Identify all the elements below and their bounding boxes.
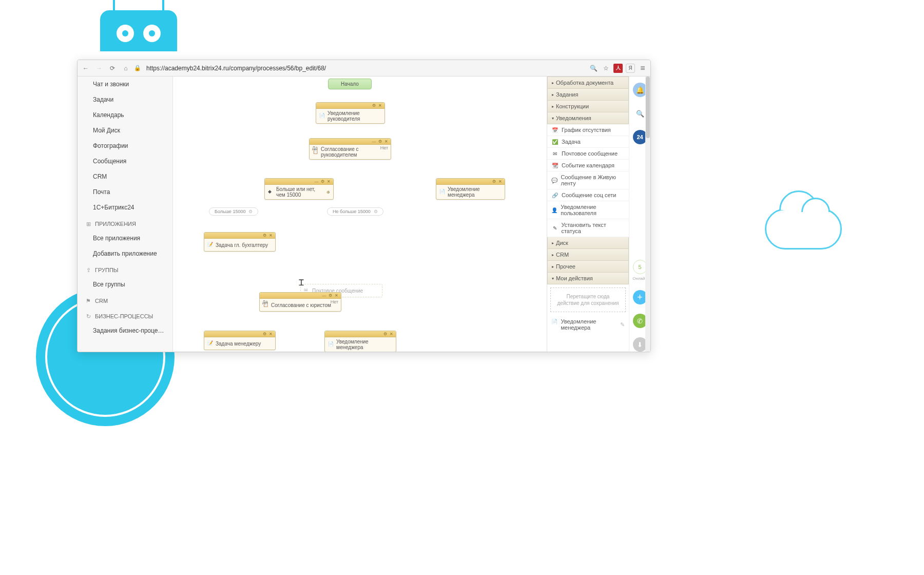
connectors — [173, 76, 327, 154]
sidebar-item[interactable]: Все группы — [78, 277, 172, 292]
sidebar-item[interactable]: Мой Диск — [78, 123, 172, 138]
back-button[interactable]: ← — [81, 63, 91, 73]
sidebar-item[interactable]: Чат и звонки — [78, 76, 172, 92]
left-sidebar: Чат и звонки Задачи Календарь Мой Диск Ф… — [78, 76, 173, 352]
sidebar-item[interactable]: Фотографии — [78, 138, 172, 154]
browser-window: ← → ⟳ ⌂ 🔒 https://academyb24.bitrix24.ru… — [77, 60, 651, 352]
yandex-extension-icon[interactable]: Я — [626, 64, 635, 73]
apps-icon: ⊞ — [85, 220, 92, 227]
notify-icon: 📄 — [328, 341, 334, 348]
accordion-header[interactable]: ▸Диск — [547, 237, 629, 249]
flow-node-notify-manager[interactable]: ⚙✕ 📄Уведомление руководителя — [316, 102, 385, 124]
sidebar-item[interactable]: 1С+Битрикс24 — [78, 200, 172, 215]
palette-item[interactable]: ✎Установить текст статуса — [547, 219, 629, 237]
gear-icon[interactable]: ⚙ — [372, 103, 376, 108]
sidebar-item[interactable]: Все приложения — [78, 231, 172, 246]
mail-icon: ✉ — [551, 150, 559, 157]
decoration-cloud — [765, 208, 842, 250]
close-icon[interactable]: ✕ — [268, 332, 273, 336]
sidebar-header-groups[interactable]: ⇪ГРУППЫ — [78, 261, 172, 277]
branch-label-less[interactable]: Не больше 15000⚙ — [327, 207, 383, 216]
accordion-header[interactable]: ▸Конструкции — [547, 101, 629, 112]
gear-icon[interactable]: ⚙ — [378, 139, 382, 144]
flow-node-notify-mgr-right[interactable]: ⚙✕ 📄Уведомление менеджера — [436, 178, 505, 200]
task-icon: ✅ — [551, 139, 559, 145]
gear-icon[interactable]: ⚙ — [262, 233, 267, 238]
sidebar-item[interactable]: Задачи — [78, 92, 172, 107]
flow-node-approve-manager[interactable]: —⚙✕ 📋Согласование с руководителем Да Нет — [309, 138, 391, 160]
add-branch-icon[interactable]: ⊕ — [326, 190, 330, 195]
sidebar-item[interactable]: Задания бизнес-проце… — [78, 323, 172, 338]
gear-icon[interactable]: ⚙ — [248, 209, 253, 214]
close-icon[interactable]: ✕ — [326, 179, 331, 184]
flow-canvas[interactable]: Начало ⚙✕ 📄Уведомление руководителя —⚙✕ … — [173, 76, 547, 352]
user-icon: 👤 — [551, 207, 557, 213]
palette-item[interactable]: ✉Почтовое сообщение — [547, 148, 629, 160]
dropzone[interactable]: Перетащите сюда действие для сохранения — [550, 288, 626, 312]
branch-label-more[interactable]: Больше 15000⚙ — [209, 207, 258, 216]
task-icon: 📝 — [207, 242, 214, 248]
palette-item[interactable]: 📅График отсутствия — [547, 124, 629, 136]
accordion-header[interactable]: ▸CRM — [547, 249, 629, 261]
reload-button[interactable]: ⟳ — [107, 63, 118, 73]
flow-start[interactable]: Начало — [328, 79, 372, 89]
sidebar-item[interactable]: Почта — [78, 184, 172, 200]
palette-item[interactable]: 🔗Сообщение соц сети — [547, 189, 629, 201]
sidebar-item[interactable]: Сообщения — [78, 154, 172, 169]
url-bar[interactable]: https://academyb24.bitrix24.ru/company/p… — [144, 65, 586, 72]
branch-yes: Да — [312, 145, 318, 150]
share-icon: ⇪ — [85, 266, 92, 274]
palette-item[interactable]: ✅Задача — [547, 136, 629, 148]
flow-node-task-manager[interactable]: ⚙✕ 📝Задача менеджеру — [204, 331, 276, 350]
gear-icon[interactable]: ⚙ — [383, 332, 388, 336]
notify-icon: 📄 — [319, 113, 325, 119]
notify-icon: 📄 — [439, 189, 446, 195]
close-icon[interactable]: ✕ — [268, 233, 273, 238]
pdf-extension-icon[interactable]: 人 — [613, 64, 623, 73]
branch-no: Нет — [331, 299, 338, 304]
flow-node-approve-lawyer[interactable]: —⚙✕ 📋Согласование с юристом Да Нет — [259, 292, 341, 312]
feed-icon: 💬 — [551, 177, 557, 183]
zoom-icon[interactable]: 🔍 — [589, 64, 598, 73]
hamburger-icon[interactable]: ≡ — [638, 64, 647, 73]
gear-icon[interactable]: ⚙ — [262, 332, 267, 336]
scrollbar-thumb[interactable] — [646, 76, 650, 138]
accordion-header-open[interactable]: ▾Уведомления — [547, 112, 629, 124]
actions-panel: ▸Обработка документа ▸Задания ▸Конструкц… — [547, 76, 629, 352]
branch-no: Нет — [380, 145, 388, 150]
palette-item[interactable]: 💬Сообщение в Живую ленту — [547, 171, 629, 189]
sidebar-header-bp[interactable]: ↻БИЗНЕС-ПРОЦЕССЫ — [78, 308, 172, 323]
palette-item[interactable]: 👤Уведомление пользователя — [547, 201, 629, 219]
gear-icon[interactable]: ⚙ — [328, 293, 333, 298]
palette-item[interactable]: 📆Событие календаря — [547, 160, 629, 171]
close-icon[interactable]: ✕ — [384, 139, 389, 144]
accordion-header[interactable]: ▸Задания — [547, 89, 629, 101]
sidebar-item[interactable]: Добавить приложение — [78, 246, 172, 261]
home-button[interactable]: ⌂ — [121, 63, 131, 73]
sidebar-item[interactable]: CRM — [78, 169, 172, 184]
sidebar-header-apps[interactable]: ⊞ПРИЛОЖЕНИЯ — [78, 215, 172, 231]
accordion-header[interactable]: ▸Обработка документа — [547, 76, 629, 89]
event-icon: 📆 — [551, 162, 559, 168]
close-icon[interactable]: ✕ — [334, 293, 339, 298]
star-icon[interactable]: ☆ — [601, 64, 610, 73]
gear-icon[interactable]: ⚙ — [492, 179, 496, 184]
gear-icon[interactable]: ⚙ — [374, 209, 378, 214]
close-icon[interactable]: ✕ — [498, 179, 503, 184]
sidebar-item[interactable]: Календарь — [78, 107, 172, 123]
forward-button[interactable]: → — [94, 63, 104, 73]
close-icon[interactable]: ✕ — [389, 332, 394, 336]
my-action-item[interactable]: 📄Уведомление менеджера✎ — [547, 315, 629, 334]
sidebar-header-crm[interactable]: ⚑CRM — [78, 292, 172, 308]
accordion-header[interactable]: ▸Прочее — [547, 261, 629, 273]
notify-icon: 📄 — [551, 318, 557, 324]
accordion-header-open[interactable]: ▾Мои действия — [547, 273, 629, 284]
edit-icon[interactable]: ✎ — [620, 321, 625, 328]
flow-node-condition-amount[interactable]: —⚙✕ ◆Больше или нет, чем 15000⊕ — [264, 178, 334, 200]
close-icon[interactable]: ✕ — [378, 103, 382, 108]
gear-icon[interactable]: ⚙ — [320, 179, 325, 184]
social-icon: 🔗 — [551, 192, 559, 198]
flow-node-notify-manager2[interactable]: ⚙✕ 📄Уведомление менеджера — [324, 331, 396, 352]
flow-node-task-accountant[interactable]: ⚙✕ 📝Задача гл. бухгалтеру — [204, 232, 276, 252]
scrollbar[interactable] — [645, 76, 650, 352]
